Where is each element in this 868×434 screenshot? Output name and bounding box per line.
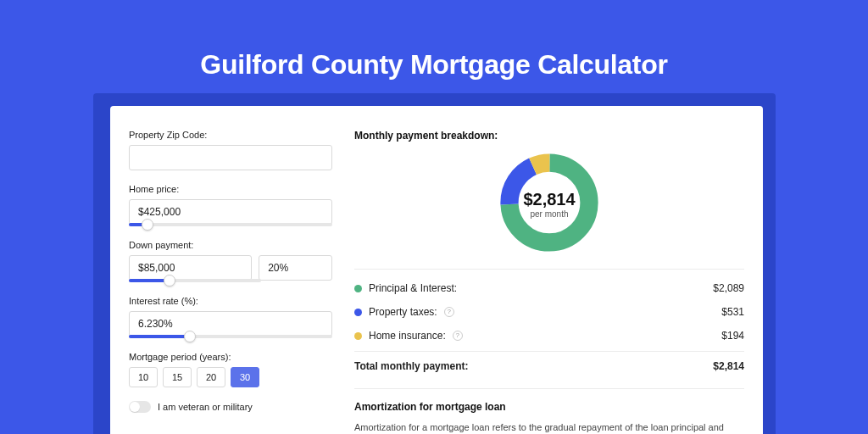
slider-thumb[interactable] (142, 219, 153, 231)
veteran-toggle-label: I am veteran or military (158, 402, 253, 412)
period-button-10[interactable]: 10 (129, 367, 158, 387)
breakdown-value: $531 (721, 306, 744, 318)
period-button-15[interactable]: 15 (163, 367, 192, 387)
breakdown-label: Home insurance: (369, 330, 446, 342)
legend-dot-yellow (354, 332, 362, 340)
breakdown-row-total: Total monthly payment: $2,814 (354, 351, 744, 378)
results-panel: Monthly payment breakdown: $2,814 per mo… (354, 130, 744, 434)
interest-rate-input[interactable] (129, 311, 332, 337)
interest-rate-slider[interactable] (129, 335, 332, 338)
calculator-card: Property Zip Code: Home price: Down paym… (110, 106, 763, 434)
zip-field-block: Property Zip Code: (129, 130, 332, 170)
home-price-block: Home price: (129, 184, 332, 226)
amortization-title: Amortization for mortgage loan (354, 401, 744, 413)
slider-fill (129, 335, 190, 338)
donut-amount: $2,814 (523, 190, 575, 209)
breakdown-label: Property taxes: (369, 306, 437, 318)
page-root: Guilford County Mortgage Calculator Prop… (0, 0, 868, 434)
mortgage-period-block: Mortgage period (years): 10 15 20 30 (129, 352, 332, 387)
total-value: $2,814 (713, 360, 744, 372)
legend-dot-green (354, 285, 362, 292)
legend-dot-blue (354, 309, 362, 316)
slider-thumb[interactable] (184, 331, 196, 342)
amortization-section: Amortization for mortgage loan Amortizat… (354, 388, 744, 434)
interest-rate-block: Interest rate (%): (129, 296, 332, 338)
zip-label: Property Zip Code: (129, 130, 332, 140)
veteran-toggle[interactable] (129, 401, 151, 413)
help-icon[interactable]: ? (453, 331, 463, 341)
form-panel: Property Zip Code: Home price: Down paym… (129, 130, 332, 434)
home-price-label: Home price: (129, 184, 332, 194)
donut-sublabel: per month (523, 209, 575, 219)
slider-thumb[interactable] (164, 275, 175, 287)
breakdown-value: $194 (721, 330, 744, 342)
zip-input[interactable] (129, 145, 332, 170)
veteran-toggle-row: I am veteran or military (129, 401, 332, 413)
toggle-knob (130, 402, 140, 412)
down-payment-percent-input[interactable] (259, 255, 332, 281)
donut-center-label: $2,814 per month (523, 190, 575, 219)
down-payment-block: Down payment: (129, 240, 332, 282)
home-price-input[interactable] (129, 199, 332, 225)
mortgage-period-buttons: 10 15 20 30 (129, 367, 332, 387)
total-label: Total monthly payment: (354, 360, 468, 372)
page-title: Guilford County Mortgage Calculator (0, 0, 868, 81)
breakdown-row-insurance: Home insurance: ? $194 (354, 324, 744, 348)
donut-chart: $2,814 per month (354, 150, 744, 259)
down-payment-amount-input[interactable] (129, 255, 252, 281)
mortgage-period-label: Mortgage period (years): (129, 352, 332, 362)
home-price-slider[interactable] (129, 223, 332, 226)
down-payment-slider[interactable] (129, 279, 261, 282)
breakdown-title: Monthly payment breakdown: (354, 130, 744, 142)
breakdown-row-principal: Principal & Interest: $2,089 (354, 276, 744, 300)
down-payment-label: Down payment: (129, 240, 332, 250)
breakdown-label: Principal & Interest: (369, 282, 457, 294)
help-icon[interactable]: ? (444, 307, 454, 317)
period-button-20[interactable]: 20 (197, 367, 225, 387)
amortization-text: Amortization for a mortgage loan refers … (354, 421, 744, 434)
interest-rate-label: Interest rate (%): (129, 296, 332, 306)
breakdown-value: $2,089 (713, 282, 744, 294)
period-button-30[interactable]: 30 (231, 367, 259, 387)
breakdown-row-taxes: Property taxes: ? $531 (354, 300, 744, 324)
divider (354, 269, 744, 270)
